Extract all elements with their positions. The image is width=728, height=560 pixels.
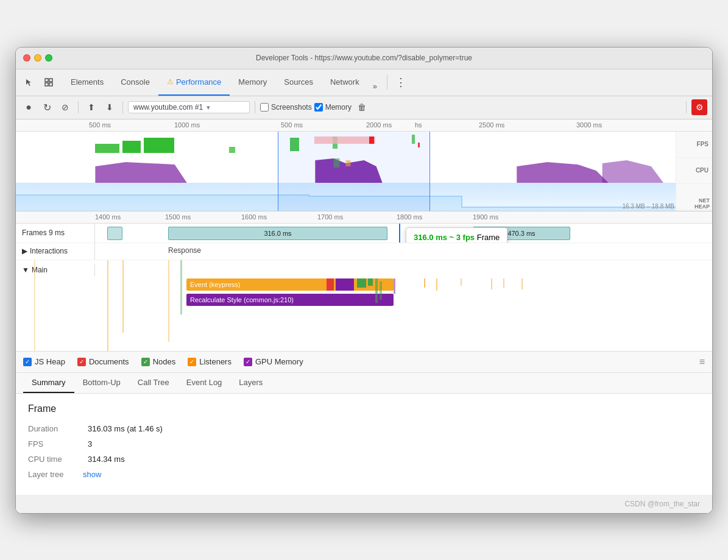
memory-checkbox-label[interactable]: Memory	[314, 103, 352, 112]
svg-marker-14	[95, 162, 186, 183]
frames-label-text: Frames 9 ms	[22, 229, 65, 237]
svg-rect-4	[95, 144, 119, 153]
summary-layertree-key: Layer tree	[28, 470, 83, 479]
devtools-body: Elements Console Performance Memory Sour…	[16, 69, 712, 513]
activity-block-3	[357, 278, 366, 288]
ruler-tick-1500: 500 ms	[281, 121, 303, 129]
timeline-ruler: 500 ms 1000 ms 500 ms 2000 ms hs 2500 ms…	[16, 119, 712, 132]
toolbar: ● ↻ ⊘ ⬆ ⬇ www.youtube.com #1 ▼ Screensho…	[16, 96, 712, 119]
frame-bar-small[interactable]	[107, 227, 122, 240]
tooltip-label: Frame	[477, 233, 500, 242]
minimize-button[interactable]	[34, 54, 41, 62]
ruler-tick-1000: 1000 ms	[174, 121, 200, 129]
svg-rect-3	[49, 83, 52, 86]
memory-checkbox[interactable]	[314, 103, 323, 112]
heap-label: NET HEAP	[676, 184, 712, 210]
trash-button[interactable]: 🗑	[354, 99, 370, 115]
metric-jsheap: ✓ JS Heap	[23, 357, 65, 366]
devtools-window: Developer Tools - https://www.youtube.co…	[15, 47, 713, 514]
settings-button[interactable]: ⚙	[691, 99, 707, 115]
interactions-triangle: ▶	[22, 247, 27, 255]
tab-console[interactable]: Console	[112, 69, 158, 96]
tab-layers[interactable]: Layers	[230, 373, 271, 393]
summary-cputime-key: CPU time	[28, 455, 83, 464]
recalculate-style-bar[interactable]: Recalculate Style (common.js:210)	[186, 294, 394, 306]
frame-bar-1[interactable]: 316.0 ms	[168, 227, 387, 240]
summary-fps-key: FPS	[28, 439, 83, 448]
summary-layertree-row: Layer tree show	[28, 470, 700, 479]
main-label[interactable]: ▼ Main	[16, 264, 95, 276]
reload-button[interactable]: ↻	[39, 99, 55, 115]
svg-rect-6	[144, 138, 174, 153]
metrics-bar: ✓ JS Heap ✓ Documents ✓ Nodes ✓ Listener…	[16, 352, 712, 373]
record-button[interactable]: ●	[21, 99, 37, 115]
screenshots-checkbox[interactable]	[260, 103, 269, 112]
url-bar: www.youtube.com #1 ▼	[128, 101, 250, 113]
documents-checkbox[interactable]: ✓	[77, 358, 86, 366]
svg-rect-2	[45, 83, 48, 86]
jsheap-label: JS Heap	[35, 357, 65, 366]
inspect-icon[interactable]	[40, 74, 57, 91]
activity-block-2	[336, 278, 354, 291]
tab-icons	[21, 74, 57, 91]
cancel-button[interactable]: ⊘	[57, 99, 73, 115]
selection-overlay[interactable]	[278, 132, 430, 211]
ruler-tick-hs: hs	[415, 121, 422, 129]
svg-rect-7	[229, 147, 235, 153]
interactions-content: Response	[95, 243, 712, 260]
main-section: ▼ Main Event (keypress) Recal	[16, 260, 712, 352]
tab-performance[interactable]: Performance	[158, 69, 230, 96]
tab-sources[interactable]: Sources	[275, 69, 322, 96]
close-button[interactable]	[23, 54, 30, 62]
watermark: CSDN @from_the_star	[16, 495, 712, 513]
tab-bar: Elements Console Performance Memory Sour…	[16, 69, 712, 96]
tab-more[interactable]: »	[368, 77, 382, 96]
maximize-button[interactable]	[45, 54, 52, 62]
screenshots-checkbox-label[interactable]: Screenshots	[260, 103, 312, 112]
nodes-checkbox[interactable]: ✓	[141, 358, 150, 366]
frames-row: Frames 9 ms 316.0 ms 470.3 ms	[16, 224, 712, 243]
gpumemory-checkbox[interactable]: ✓	[244, 358, 252, 366]
tab-menu-button[interactable]: ⋮	[392, 74, 409, 91]
heap-size-label: 16.3 MB – 18.8 MB	[622, 203, 674, 210]
tab-memory[interactable]: Memory	[230, 69, 275, 96]
fps-label: FPS	[676, 132, 712, 158]
ruler-tick-3000: 3000 ms	[576, 121, 602, 129]
toolbar-sep3	[255, 101, 255, 113]
ruler-tick-2500: 2500 ms	[479, 121, 504, 129]
summary-duration-row: Duration 316.03 ms (at 1.46 s)	[28, 424, 700, 433]
window-title: Developer Tools - https://www.youtube.co…	[256, 54, 472, 62]
tab-call-tree[interactable]: Call Tree	[129, 373, 178, 393]
recalculate-style-label: Recalculate Style (common.js:210)	[190, 296, 294, 303]
metrics-menu-icon[interactable]: ≡	[699, 356, 705, 367]
main-tabs: Elements Console Performance Memory Sour…	[62, 69, 382, 96]
summary-duration-key: Duration	[28, 424, 83, 433]
upload-button[interactable]: ⬆	[83, 99, 99, 115]
ruler-tick-2000: 2000 ms	[366, 121, 392, 129]
tab-network[interactable]: Network	[322, 69, 368, 96]
listeners-checkbox[interactable]: ✓	[188, 358, 196, 366]
summary-fps-row: FPS 3	[28, 439, 700, 448]
tab-summary[interactable]: Summary	[23, 373, 74, 393]
summary-layertree-link[interactable]: show	[83, 470, 101, 479]
tab-bottom-up[interactable]: Bottom-Up	[74, 373, 129, 393]
tab-event-log[interactable]: Event Log	[178, 373, 231, 393]
summary-fps-value: 3	[88, 439, 92, 448]
activity-block-1	[327, 278, 334, 291]
activity-block-4	[368, 278, 373, 286]
jsheap-checkbox[interactable]: ✓	[23, 358, 32, 366]
screenshots-label: Screenshots	[271, 103, 312, 112]
summary-panel: Frame Duration 316.03 ms (at 1.46 s) FPS…	[16, 394, 712, 495]
detailed-ruler: 1400 ms 1500 ms 1600 ms 1700 ms 1800 ms …	[16, 211, 712, 224]
interactions-label[interactable]: ▶ Interactions	[16, 243, 95, 260]
tab-elements[interactable]: Elements	[62, 69, 112, 96]
summary-duration-value: 316.03 ms (at 1.46 s)	[88, 424, 163, 433]
interactions-row: ▶ Interactions Response	[16, 243, 712, 260]
url-dropdown-icon[interactable]: ▼	[205, 104, 211, 111]
nodes-label: Nodes	[153, 357, 176, 366]
cursor-icon[interactable]	[21, 74, 38, 91]
tooltip: 316.0 ms ~ 3 fps Frame	[406, 227, 507, 243]
download-button[interactable]: ⬇	[102, 99, 118, 115]
toolbar-sep2	[122, 101, 123, 113]
metric-listeners: ✓ Listeners	[188, 357, 231, 366]
